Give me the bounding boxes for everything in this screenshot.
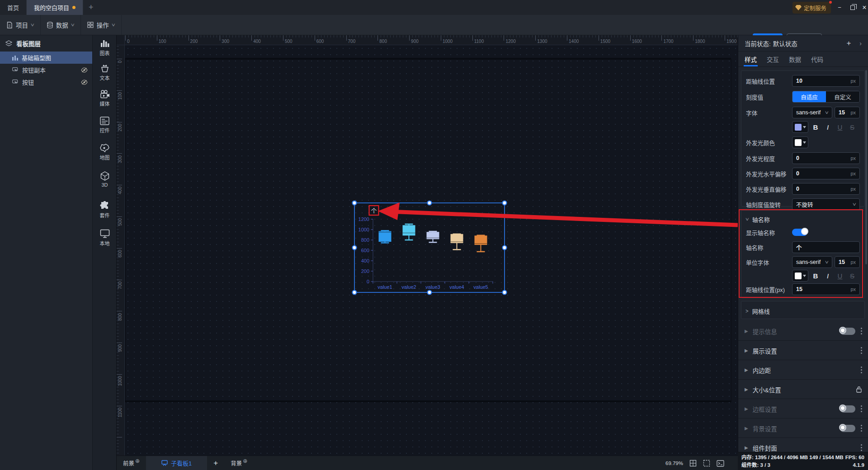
font-family-select[interactable]: sans-serif˅ [792,107,832,118]
toolbox-map[interactable]: 地图 [93,144,117,161]
font-size-input[interactable]: px [835,107,860,118]
bold-button[interactable]: B [811,272,821,280]
tooltip-toggle[interactable] [840,328,855,335]
ruler-label: 1400 [569,39,579,44]
fit-screen-icon[interactable] [689,460,697,467]
tab-code[interactable]: 代码 [811,52,823,66]
selection-handle[interactable] [428,201,432,205]
panel-scrollbar[interactable] [865,70,867,264]
glow-color-picker[interactable] [792,136,808,148]
selection-handle[interactable] [503,201,507,205]
unit-font-family-select[interactable]: sans-serif˅ [792,256,832,268]
foreground-button[interactable]: 前景⊕ [117,456,146,470]
kebab-menu-icon[interactable] [861,328,862,334]
tab-data[interactable]: 数据 [789,52,801,66]
section-tooltip[interactable]: ▶提示信息 [738,322,868,341]
minimize-button[interactable]: − [833,0,846,15]
new-tab-button[interactable]: + [83,0,99,15]
gridline-header[interactable]: ˅ 网格线 [746,307,770,315]
tick-rotate-select[interactable]: 不旋转˅ [792,198,860,210]
toolbox-media[interactable]: 媒体 [93,90,117,107]
tab-interaction[interactable]: 交互 [767,52,779,66]
kebab-menu-icon[interactable] [861,425,862,432]
italic-button[interactable]: I [823,123,833,131]
underline-button[interactable]: U [835,123,845,131]
unit-font-color-picker[interactable] [792,270,808,282]
console-icon[interactable] [717,460,724,467]
ruler-label: 1300 [537,39,547,44]
ruler-label: 1100 [118,408,123,418]
kebab-menu-icon[interactable] [861,405,862,412]
selection-handle[interactable] [353,291,357,295]
strikethrough-button[interactable]: S [847,272,857,280]
selection-handle[interactable] [503,291,507,295]
toolbox-kit[interactable]: 套件 [93,201,117,219]
media-icon [100,90,110,99]
section-display-settings[interactable]: ▶展示设置 [738,341,868,360]
layer-item-boxplot[interactable]: 基础箱型图 [0,52,92,64]
selection-handle[interactable] [428,291,432,295]
font-color-picker[interactable] [792,121,808,133]
selection-handle[interactable] [353,201,357,205]
y-tick-label: 600 [361,248,369,253]
add-state-button[interactable]: + [846,39,851,48]
show-axis-name-toggle[interactable] [792,229,807,236]
background-toggle[interactable] [840,425,855,432]
kebab-menu-icon[interactable] [861,444,862,451]
bold-button[interactable]: B [811,123,821,131]
toolbox-3d[interactable]: 3D [93,171,117,188]
axis-name-header[interactable]: ˅ 轴名称 [746,215,770,224]
custom-service-badge[interactable]: 定制服务 [793,2,831,14]
axis-name-offset-input[interactable]: px [792,283,860,295]
section-background-settings[interactable]: ▶背景设置 [738,419,868,438]
lock-icon[interactable] [856,386,862,393]
field-font-style: B I U S [746,121,860,133]
layer-item-button-copy[interactable]: 按钮副本 [0,64,92,76]
ruler-label: 700 [348,39,356,44]
axis-name-input[interactable] [792,241,860,253]
kebab-menu-icon[interactable] [861,367,862,373]
zoom-level[interactable]: 69.79% [665,461,683,466]
axis-offset-input[interactable]: px [792,75,860,87]
layer-item-button[interactable]: 按钮 [0,76,92,88]
add-board-button[interactable]: + [207,456,224,470]
frame-select-icon[interactable] [703,460,710,467]
tab-home[interactable]: 首页 [0,0,27,15]
glow-amount-input[interactable]: px [792,152,860,164]
glow-h-offset-input[interactable]: px [792,168,860,179]
underline-button[interactable]: U [835,272,845,280]
toolbox-local[interactable]: 本地 [93,229,117,247]
menu-action[interactable]: 操作˅ [81,15,122,35]
state-label: 当前状态: [745,39,771,48]
sub-board-tab[interactable]: 子看板1 [146,456,207,470]
strikethrough-button[interactable]: S [847,123,857,131]
tick-auto-option[interactable]: 自适应 [793,91,826,102]
axis-name-label: 个 [371,207,377,214]
boxplot-component[interactable]: 020040060080010001200value1value2value3v… [354,202,505,293]
unit-font-size-input[interactable]: px [835,256,860,268]
editor-canvas[interactable]: 0100200300400500600700800900100011001200… [117,35,738,470]
expand-states-icon[interactable]: › [859,40,862,47]
maximize-button[interactable] [846,0,859,15]
close-button[interactable]: × [858,0,868,15]
tick-custom-option[interactable]: 自定义 [826,91,859,102]
menu-data[interactable]: 数据˅ [41,15,81,35]
kebab-menu-icon[interactable] [861,347,862,354]
selection-handle[interactable] [353,246,357,250]
background-button[interactable]: 背景⊕ [224,456,254,470]
tab-project[interactable]: 我的空白项目 [27,0,83,15]
glow-v-offset-input[interactable]: px [792,183,860,195]
visibility-off-icon[interactable] [81,67,88,73]
tab-style[interactable]: 样式 [745,52,757,66]
section-size-position[interactable]: ▶大小&位置 [738,380,868,399]
section-border-settings[interactable]: ▶边框设置 [738,400,868,418]
selection-handle[interactable] [503,246,507,250]
section-padding[interactable]: ▶内边距 [738,361,868,380]
visibility-off-icon[interactable] [81,80,88,85]
menu-project[interactable]: 项目˅ [0,15,41,35]
toolbox-charts[interactable]: 图表 [93,39,117,56]
toolbox-widgets[interactable]: 控件 [93,117,117,134]
italic-button[interactable]: I [823,272,833,280]
toolbox-text[interactable]: 文本 [93,64,117,81]
border-toggle[interactable] [840,405,855,413]
